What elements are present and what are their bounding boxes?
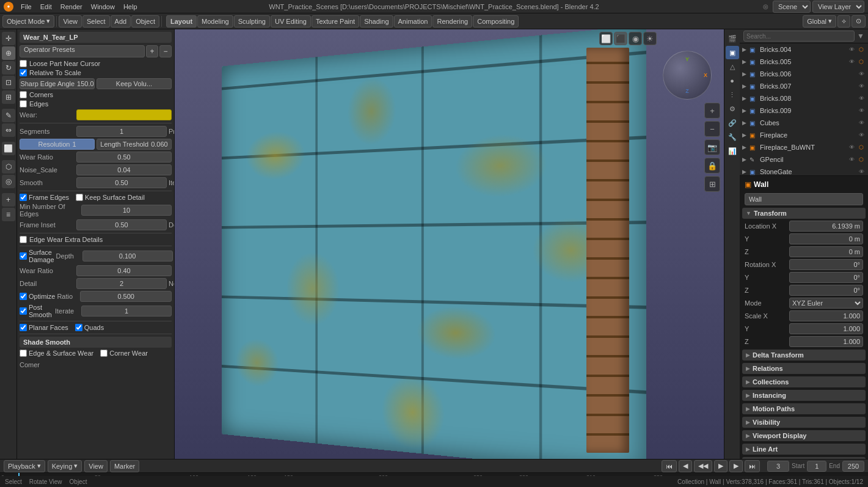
corners-checkbox[interactable] bbox=[20, 91, 27, 98]
instancing-header[interactable]: ▶ Instancing bbox=[742, 390, 866, 401]
data-icon[interactable]: 📊 bbox=[726, 144, 739, 158]
surface-damage-checkbox[interactable] bbox=[20, 252, 27, 260]
menu-edit[interactable]: Edit bbox=[37, 2, 56, 12]
outliner-item-bricks006[interactable]: ▶ ▣ Bricks.006 👁 bbox=[740, 68, 868, 80]
motion-paths-header[interactable]: ▶ Motion Paths bbox=[742, 403, 866, 414]
jump-start-btn[interactable]: ⏮ bbox=[662, 460, 677, 472]
relations-header[interactable]: ▶ Relations bbox=[742, 363, 866, 374]
loose-part-checkbox[interactable] bbox=[20, 60, 27, 67]
keep-surface-checkbox[interactable] bbox=[76, 194, 83, 201]
corner-wear-checkbox[interactable] bbox=[100, 350, 108, 357]
collections-header[interactable]: ▶ Collections bbox=[742, 376, 866, 387]
planar-faces-checkbox[interactable] bbox=[20, 324, 27, 331]
outliner-item-cubes[interactable]: ▶ ▣ Cubes 👁 bbox=[740, 117, 868, 129]
outliner-item-bricks008[interactable]: ▶ ▣ Bricks.008 👁 bbox=[740, 92, 868, 104]
material-icon[interactable]: ● bbox=[726, 74, 739, 87]
constraints-icon[interactable]: 🔗 bbox=[726, 116, 739, 130]
relative-scale-checkbox[interactable] bbox=[20, 69, 27, 76]
detail-field[interactable]: 2 bbox=[76, 278, 167, 289]
outliner-item-stonegate[interactable]: ▶ ▣ StoneGate 👁 bbox=[740, 166, 868, 176]
lock-icon[interactable]: 🔒 bbox=[704, 158, 720, 174]
grid-icon[interactable]: ⊞ bbox=[704, 176, 720, 192]
playback-menu[interactable]: Playback ▾ bbox=[4, 460, 45, 472]
view-layer-select[interactable]: View Layer bbox=[812, 1, 864, 13]
tab-texture-paint[interactable]: Texture Paint bbox=[312, 15, 359, 27]
scene-select[interactable]: Scene bbox=[773, 1, 811, 13]
optimize-checkbox[interactable] bbox=[20, 293, 27, 300]
length-treshold-btn[interactable]: Length Treshold 0.060 bbox=[97, 139, 172, 150]
extra-tool[interactable]: ≡ bbox=[2, 208, 15, 221]
visibility-header[interactable]: ▶ Visibility bbox=[742, 417, 866, 428]
add-tool[interactable]: + bbox=[2, 193, 15, 207]
keying-menu[interactable]: Keying ▾ bbox=[48, 460, 82, 472]
transform-tool[interactable]: ⊞ bbox=[2, 90, 15, 104]
tab-shading[interactable]: Shading bbox=[360, 15, 393, 27]
scale-z[interactable]: 1.000 bbox=[789, 336, 863, 347]
modifiers-icon[interactable]: 🔧 bbox=[726, 130, 739, 144]
object-icon[interactable]: ▣ bbox=[726, 46, 739, 59]
location-y[interactable]: 0 m bbox=[789, 233, 863, 244]
location-x[interactable]: 6.1939 m bbox=[789, 221, 863, 232]
object-menu[interactable]: Object bbox=[131, 15, 159, 27]
outliner-item-bricks009[interactable]: ▶ ▣ Bricks.009 👁 bbox=[740, 104, 868, 117]
frame-edges-checkbox[interactable] bbox=[20, 194, 27, 201]
edge-wear-extra-checkbox[interactable] bbox=[20, 236, 27, 243]
play-reverse-btn[interactable]: ◀◀ bbox=[694, 460, 712, 472]
noise-scale-field[interactable]: 0.04 bbox=[76, 164, 172, 175]
menu-window[interactable]: Window bbox=[87, 2, 119, 12]
resolution-btn[interactable]: Resolution 1 bbox=[20, 139, 95, 150]
navigation-gizmo[interactable]: X Y Z bbox=[663, 51, 712, 100]
add-menu[interactable]: Add bbox=[111, 15, 131, 27]
tab-animation[interactable]: Animation bbox=[394, 15, 432, 27]
frame-current-field[interactable]: 3 bbox=[767, 461, 789, 472]
tab-sculpting[interactable]: Sculpting bbox=[234, 15, 270, 27]
min-edges-field[interactable]: 10 bbox=[81, 205, 172, 216]
rotation-y[interactable]: 0° bbox=[789, 272, 863, 283]
menu-render[interactable]: Render bbox=[57, 2, 86, 12]
rendered-btn[interactable]: ☀ bbox=[643, 32, 657, 45]
rotation-x[interactable]: 0° bbox=[789, 259, 863, 270]
menu-help[interactable]: Help bbox=[120, 2, 141, 12]
ratio-field[interactable]: 0.500 bbox=[80, 291, 172, 302]
cursor-tool[interactable]: ✛ bbox=[2, 32, 15, 45]
rotation-z[interactable]: 0° bbox=[789, 285, 863, 296]
operator-presets-btn[interactable]: Operator Presets bbox=[20, 45, 145, 57]
wear-ratio-field[interactable]: 0.50 bbox=[76, 152, 172, 163]
global-btn[interactable]: Global ▾ bbox=[803, 15, 836, 27]
outliner-item-fireplace[interactable]: ▶ ▣ Fireplace 👁 bbox=[740, 129, 868, 141]
tab-uv-editing[interactable]: UV Editing bbox=[271, 15, 311, 27]
remove-preset-btn[interactable]: − bbox=[159, 45, 172, 57]
proportional-btn[interactable]: ⊙ bbox=[852, 15, 866, 27]
box-select-tool[interactable]: ⬜ bbox=[2, 142, 15, 155]
line-art-header[interactable]: ▶ Line Art bbox=[742, 444, 866, 455]
outliner-item-bricks004[interactable]: ▶ ▣ Bricks.004 👁 ⬡ bbox=[740, 43, 868, 56]
view-menu[interactable]: View bbox=[59, 15, 82, 27]
keep-volume-btn[interactable]: Keep Volu... bbox=[97, 78, 172, 89]
wireframe-btn[interactable]: ⬜ bbox=[599, 32, 613, 45]
tab-modeling[interactable]: Modeling bbox=[197, 15, 233, 27]
menu-file[interactable]: File bbox=[17, 2, 35, 12]
surface-wear-ratio-field[interactable]: 0.40 bbox=[76, 265, 172, 276]
tab-compositing[interactable]: Compositing bbox=[473, 15, 519, 27]
object-name-field[interactable] bbox=[745, 193, 863, 205]
scale-tool[interactable]: ⊡ bbox=[2, 76, 15, 89]
select-menu[interactable]: Select bbox=[82, 15, 110, 27]
viewport-display-header[interactable]: ▶ Viewport Display bbox=[742, 430, 866, 441]
rotation-mode-select[interactable]: XYZ Euler bbox=[789, 298, 863, 309]
outliner-item-bricks007[interactable]: ▶ ▣ Bricks.007 👁 bbox=[740, 80, 868, 92]
physics-icon[interactable]: ⚙ bbox=[726, 102, 739, 115]
next-frame-btn[interactable]: ▶ bbox=[729, 460, 743, 472]
start-frame-field[interactable]: 1 bbox=[807, 461, 826, 472]
scene-icon[interactable]: 🎬 bbox=[726, 32, 739, 45]
end-frame-field[interactable]: 250 bbox=[842, 461, 864, 472]
prev-frame-btn[interactable]: ◀ bbox=[679, 460, 692, 472]
viewport-3d[interactable]: View Select Add Object Options ▾ X Y bbox=[175, 29, 724, 459]
zoom-out-btn[interactable]: − bbox=[704, 121, 720, 137]
annotate-tool[interactable]: ✎ bbox=[2, 109, 15, 122]
post-iterate-field[interactable]: 1 bbox=[81, 306, 172, 317]
move-tool[interactable]: ⊕ bbox=[2, 46, 15, 60]
particles-icon[interactable]: ⋮ bbox=[726, 88, 739, 101]
post-smooth-checkbox[interactable] bbox=[20, 307, 27, 315]
material-btn[interactable]: ◉ bbox=[629, 32, 642, 45]
sharp-edge-btn[interactable]: Sharp Edge Angle 150.0 bbox=[20, 78, 95, 89]
